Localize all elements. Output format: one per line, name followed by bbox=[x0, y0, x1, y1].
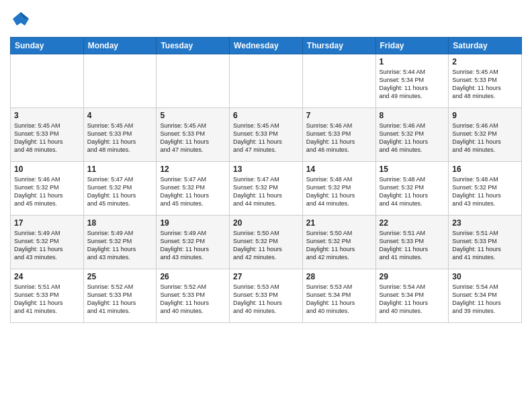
weekday-header-friday: Friday bbox=[375, 37, 449, 54]
day-info: Sunrise: 5:50 AM Sunset: 5:32 PM Dayligh… bbox=[233, 229, 299, 262]
calendar-cell: 4Sunrise: 5:45 AM Sunset: 5:33 PM Daylig… bbox=[83, 107, 157, 161]
day-number: 18 bbox=[87, 218, 153, 228]
calendar-cell: 30Sunrise: 5:54 AM Sunset: 5:34 PM Dayli… bbox=[449, 269, 522, 322]
day-info: Sunrise: 5:51 AM Sunset: 5:33 PM Dayligh… bbox=[14, 283, 80, 316]
day-info: Sunrise: 5:53 AM Sunset: 5:34 PM Dayligh… bbox=[306, 283, 372, 316]
calendar-cell: 29Sunrise: 5:54 AM Sunset: 5:34 PM Dayli… bbox=[375, 269, 449, 322]
day-number: 10 bbox=[14, 165, 80, 174]
calendar-page: SundayMondayTuesdayWednesdayThursdayFrid… bbox=[0, 0, 532, 411]
day-number: 11 bbox=[87, 165, 153, 174]
day-number: 5 bbox=[160, 111, 226, 120]
day-number: 1 bbox=[380, 57, 445, 66]
day-info: Sunrise: 5:46 AM Sunset: 5:32 PM Dayligh… bbox=[14, 175, 80, 208]
day-info: Sunrise: 5:48 AM Sunset: 5:32 PM Dayligh… bbox=[452, 175, 518, 208]
logo bbox=[10, 9, 28, 32]
day-info: Sunrise: 5:54 AM Sunset: 5:34 PM Dayligh… bbox=[380, 283, 445, 316]
day-number: 22 bbox=[380, 218, 445, 228]
calendar-cell: 24Sunrise: 5:51 AM Sunset: 5:33 PM Dayli… bbox=[11, 269, 84, 322]
day-info: Sunrise: 5:52 AM Sunset: 5:33 PM Dayligh… bbox=[87, 283, 153, 316]
calendar-cell bbox=[230, 54, 303, 107]
day-number: 14 bbox=[306, 165, 372, 174]
weekday-header-sunday: Sunday bbox=[11, 37, 84, 54]
calendar-cell: 2Sunrise: 5:45 AM Sunset: 5:33 PM Daylig… bbox=[449, 54, 522, 107]
calendar-cell: 28Sunrise: 5:53 AM Sunset: 5:34 PM Dayli… bbox=[302, 269, 375, 322]
calendar-cell: 27Sunrise: 5:53 AM Sunset: 5:33 PM Dayli… bbox=[230, 269, 303, 322]
day-number: 13 bbox=[233, 165, 299, 174]
day-number: 4 bbox=[87, 111, 153, 120]
calendar-week-4: 17Sunrise: 5:49 AM Sunset: 5:32 PM Dayli… bbox=[11, 215, 522, 269]
calendar-cell: 23Sunrise: 5:51 AM Sunset: 5:33 PM Dayli… bbox=[449, 215, 522, 269]
calendar-cell: 3Sunrise: 5:45 AM Sunset: 5:33 PM Daylig… bbox=[11, 107, 84, 161]
day-number: 15 bbox=[380, 165, 445, 174]
day-info: Sunrise: 5:48 AM Sunset: 5:32 PM Dayligh… bbox=[306, 175, 372, 208]
day-info: Sunrise: 5:49 AM Sunset: 5:32 PM Dayligh… bbox=[14, 229, 80, 262]
logo-icon bbox=[11, 9, 30, 28]
day-info: Sunrise: 5:46 AM Sunset: 5:32 PM Dayligh… bbox=[452, 122, 518, 154]
calendar-week-2: 3Sunrise: 5:45 AM Sunset: 5:33 PM Daylig… bbox=[11, 107, 522, 161]
calendar-cell: 12Sunrise: 5:47 AM Sunset: 5:32 PM Dayli… bbox=[157, 161, 230, 215]
day-info: Sunrise: 5:47 AM Sunset: 5:32 PM Dayligh… bbox=[160, 175, 226, 208]
day-number: 23 bbox=[452, 218, 518, 228]
day-number: 17 bbox=[14, 218, 80, 228]
day-info: Sunrise: 5:50 AM Sunset: 5:32 PM Dayligh… bbox=[306, 229, 372, 262]
day-info: Sunrise: 5:47 AM Sunset: 5:32 PM Dayligh… bbox=[87, 175, 153, 208]
calendar-cell: 10Sunrise: 5:46 AM Sunset: 5:32 PM Dayli… bbox=[11, 161, 84, 215]
day-info: Sunrise: 5:51 AM Sunset: 5:33 PM Dayligh… bbox=[380, 229, 445, 262]
weekday-header-tuesday: Tuesday bbox=[157, 37, 230, 54]
day-number: 30 bbox=[452, 272, 518, 281]
day-info: Sunrise: 5:54 AM Sunset: 5:34 PM Dayligh… bbox=[452, 283, 518, 316]
day-number: 8 bbox=[380, 111, 445, 120]
calendar-cell: 9Sunrise: 5:46 AM Sunset: 5:32 PM Daylig… bbox=[449, 107, 522, 161]
header bbox=[10, 7, 522, 32]
calendar-cell bbox=[302, 54, 375, 107]
day-info: Sunrise: 5:49 AM Sunset: 5:32 PM Dayligh… bbox=[160, 229, 226, 262]
day-info: Sunrise: 5:45 AM Sunset: 5:33 PM Dayligh… bbox=[87, 122, 153, 154]
calendar-week-3: 10Sunrise: 5:46 AM Sunset: 5:32 PM Dayli… bbox=[11, 161, 522, 215]
day-number: 6 bbox=[233, 111, 299, 120]
day-number: 21 bbox=[306, 218, 372, 228]
day-number: 25 bbox=[87, 272, 153, 281]
day-number: 7 bbox=[306, 111, 372, 120]
calendar-week-1: 1Sunrise: 5:44 AM Sunset: 5:34 PM Daylig… bbox=[11, 54, 522, 107]
day-number: 2 bbox=[452, 57, 518, 66]
calendar-cell: 15Sunrise: 5:48 AM Sunset: 5:32 PM Dayli… bbox=[375, 161, 449, 215]
day-number: 3 bbox=[14, 111, 80, 120]
calendar-cell bbox=[11, 54, 84, 107]
day-info: Sunrise: 5:48 AM Sunset: 5:32 PM Dayligh… bbox=[380, 175, 445, 208]
calendar-cell: 14Sunrise: 5:48 AM Sunset: 5:32 PM Dayli… bbox=[302, 161, 375, 215]
calendar-cell: 25Sunrise: 5:52 AM Sunset: 5:33 PM Dayli… bbox=[83, 269, 157, 322]
day-info: Sunrise: 5:45 AM Sunset: 5:33 PM Dayligh… bbox=[233, 122, 299, 154]
day-number: 26 bbox=[160, 272, 226, 281]
day-info: Sunrise: 5:46 AM Sunset: 5:32 PM Dayligh… bbox=[380, 122, 445, 154]
calendar-cell: 1Sunrise: 5:44 AM Sunset: 5:34 PM Daylig… bbox=[375, 54, 449, 107]
day-info: Sunrise: 5:45 AM Sunset: 5:33 PM Dayligh… bbox=[160, 122, 226, 154]
calendar-cell bbox=[157, 54, 230, 107]
calendar-cell bbox=[83, 54, 157, 107]
day-info: Sunrise: 5:47 AM Sunset: 5:32 PM Dayligh… bbox=[233, 175, 299, 208]
calendar-table: SundayMondayTuesdayWednesdayThursdayFrid… bbox=[10, 37, 522, 323]
day-number: 28 bbox=[306, 272, 372, 281]
day-info: Sunrise: 5:52 AM Sunset: 5:33 PM Dayligh… bbox=[160, 283, 226, 316]
calendar-cell: 11Sunrise: 5:47 AM Sunset: 5:32 PM Dayli… bbox=[83, 161, 157, 215]
weekday-header-wednesday: Wednesday bbox=[230, 37, 303, 54]
day-info: Sunrise: 5:44 AM Sunset: 5:34 PM Dayligh… bbox=[380, 68, 445, 101]
day-number: 19 bbox=[160, 218, 226, 228]
day-info: Sunrise: 5:53 AM Sunset: 5:33 PM Dayligh… bbox=[233, 283, 299, 316]
calendar-cell: 7Sunrise: 5:46 AM Sunset: 5:33 PM Daylig… bbox=[302, 107, 375, 161]
day-info: Sunrise: 5:45 AM Sunset: 5:33 PM Dayligh… bbox=[452, 68, 518, 101]
weekday-header-row: SundayMondayTuesdayWednesdayThursdayFrid… bbox=[11, 37, 522, 54]
day-number: 16 bbox=[452, 165, 518, 174]
calendar-cell: 18Sunrise: 5:49 AM Sunset: 5:32 PM Dayli… bbox=[83, 215, 157, 269]
day-info: Sunrise: 5:46 AM Sunset: 5:33 PM Dayligh… bbox=[306, 122, 372, 154]
day-number: 20 bbox=[233, 218, 299, 228]
calendar-cell: 16Sunrise: 5:48 AM Sunset: 5:32 PM Dayli… bbox=[449, 161, 522, 215]
day-number: 12 bbox=[160, 165, 226, 174]
calendar-cell: 6Sunrise: 5:45 AM Sunset: 5:33 PM Daylig… bbox=[230, 107, 303, 161]
weekday-header-saturday: Saturday bbox=[449, 37, 522, 54]
day-info: Sunrise: 5:45 AM Sunset: 5:33 PM Dayligh… bbox=[14, 122, 80, 154]
calendar-cell: 17Sunrise: 5:49 AM Sunset: 5:32 PM Dayli… bbox=[11, 215, 84, 269]
weekday-header-thursday: Thursday bbox=[302, 37, 375, 54]
calendar-cell: 20Sunrise: 5:50 AM Sunset: 5:32 PM Dayli… bbox=[230, 215, 303, 269]
calendar-cell: 21Sunrise: 5:50 AM Sunset: 5:32 PM Dayli… bbox=[302, 215, 375, 269]
weekday-header-monday: Monday bbox=[83, 37, 157, 54]
